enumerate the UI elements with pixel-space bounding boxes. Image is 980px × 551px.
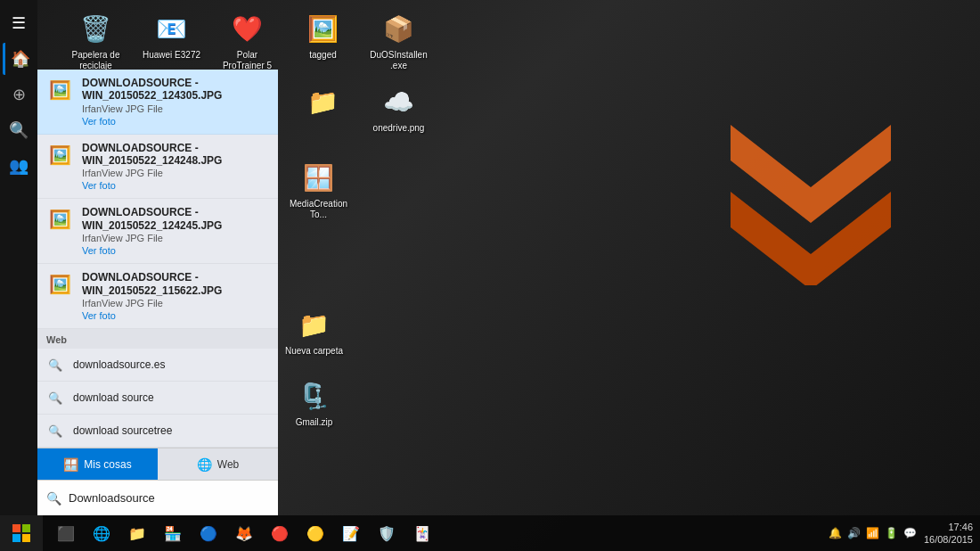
left-sidebar: ☰ 🏠 ⊕ 🔍 👥	[0, 0, 37, 515]
result-link-2[interactable]: Ver foto	[82, 180, 269, 191]
taskbar-task-view[interactable]: ⬛	[50, 517, 82, 549]
result-icon-2: 🖼️	[46, 142, 73, 169]
sidebar-icon-search[interactable]: 🔍	[3, 114, 35, 146]
windows-logo	[12, 524, 30, 542]
desktop-icon-media[interactable]: 🪟 MediaCreationTo...	[285, 156, 352, 224]
win-icon-small: 🪟	[63, 457, 78, 472]
taskbar-antivirus[interactable]: 🛡️	[371, 517, 403, 549]
search-panel: 🖼️ DOWNLOADSOURCE - WIN_20150522_124305.…	[37, 70, 278, 515]
desktop-icon-duos[interactable]: 📦 DuOSInstallen.exe	[365, 7, 432, 75]
desktop-icon-newfolder[interactable]: 📁 Nueva carpeta	[281, 303, 347, 360]
volume-icon[interactable]: 🔊	[847, 527, 861, 539]
panel-tab-miscosas[interactable]: 🪟 Mis cosas	[37, 448, 158, 480]
search-result-1[interactable]: 🖼️ DOWNLOADSOURCE - WIN_20150522_124305.…	[37, 70, 278, 135]
desktop-icon-gmail[interactable]: 🗜️ Gmail.zip	[281, 374, 347, 432]
taskbar-explorer[interactable]: 📁	[121, 517, 153, 549]
taskbar-store[interactable]: 🏪	[157, 517, 189, 549]
taskbar: ⬛ 🌐 📁 🏪 🔵 🦊 🔴 🟡 📝 🛡️ 🃏 🔔 🔊 📶 🔋 💬 17:46	[0, 515, 980, 551]
search-result-4[interactable]: 🖼️ DOWNLOADSOURCE - WIN_20150522_115622.…	[37, 264, 278, 329]
taskbar-edge[interactable]: 🌐	[86, 517, 118, 549]
desktop-icon-recycle[interactable]: 🗑️ Papelera de reciclaje	[62, 7, 129, 75]
action-center-icon[interactable]: 💬	[903, 527, 917, 539]
start-button[interactable]	[0, 515, 43, 551]
sidebar-icon-home[interactable]: 🏠	[3, 43, 35, 75]
sidebar-icon-menu[interactable]: ☰	[3, 7, 35, 39]
web-search-text-3: download sourcetree	[73, 424, 172, 437]
search-panel-bottom: 🪟 Mis cosas 🌐 Web	[37, 448, 278, 480]
desktop-icon-folder1[interactable]: 📁	[290, 80, 356, 137]
search-input-bar: 🔍	[37, 480, 278, 515]
sidebar-icon-add[interactable]: ⊕	[3, 78, 35, 111]
result-content-1: DOWNLOADSOURCE - WIN_20150522_124305.JPG…	[82, 77, 269, 127]
search-input[interactable]	[69, 491, 269, 505]
taskbar-right: 🔔 🔊 📶 🔋 💬 17:46 16/08/2015	[829, 521, 980, 547]
taskbar-firefox[interactable]: 🦊	[228, 517, 260, 549]
search-result-2[interactable]: 🖼️ DOWNLOADSOURCE - WIN_20150522_124248.…	[37, 135, 278, 200]
taskbar-opera[interactable]: 🔴	[264, 517, 296, 549]
date-display: 16/08/2015	[924, 533, 973, 546]
battery-icon[interactable]: 🔋	[885, 527, 898, 539]
network-icon[interactable]: 📶	[866, 527, 879, 539]
desktop-icon-huawei[interactable]: 📧 Huawei E3272	[138, 7, 205, 75]
result-icon-3: 🖼️	[46, 206, 73, 233]
result-subtitle-1: IrfanView JPG File	[82, 103, 269, 114]
desktop: 🗑️ Papelera de reciclaje 📧 Huawei E3272 …	[0, 0, 980, 551]
web-search-icon-3: 🔍	[46, 422, 64, 440]
result-title-2: DOWNLOADSOURCE - WIN_20150522_124248.JPG	[82, 142, 269, 168]
result-link-4[interactable]: Ver foto	[82, 310, 269, 321]
web-search-icon-2: 🔍	[46, 389, 64, 407]
desktop-logo	[713, 107, 909, 289]
result-title-4: DOWNLOADSOURCE - WIN_20150522_115622.JPG	[82, 271, 269, 297]
web-search-1[interactable]: 🔍 downloadsource.es	[37, 349, 278, 382]
taskbar-chrome[interactable]: 🟡	[299, 517, 331, 549]
panel-tab-web-label: Web	[217, 458, 239, 471]
search-results: 🖼️ DOWNLOADSOURCE - WIN_20150522_124305.…	[37, 70, 278, 448]
taskbar-sys-icons: 🔔 🔊 📶 🔋 💬	[829, 527, 917, 539]
result-icon-4: 🖼️	[46, 271, 73, 298]
web-search-3[interactable]: 🔍 download sourcetree	[37, 415, 278, 448]
result-subtitle-2: IrfanView JPG File	[82, 168, 269, 178]
result-content-3: DOWNLOADSOURCE - WIN_20150522_124245.JPG…	[82, 206, 269, 256]
web-search-icon-1: 🔍	[46, 356, 64, 374]
desktop-icon-onedrive[interactable]: ☁️ onedrive.png	[365, 80, 432, 137]
result-link-3[interactable]: Ver foto	[82, 245, 269, 256]
web-search-text-1: downloadsource.es	[73, 358, 165, 371]
web-section-header: Web	[37, 329, 278, 349]
search-result-3[interactable]: 🖼️ DOWNLOADSOURCE - WIN_20150522_124245.…	[37, 199, 278, 264]
taskbar-app1[interactable]: 🔵	[192, 517, 225, 549]
web-icon-small: 🌐	[197, 457, 212, 472]
result-link-1[interactable]: Ver foto	[82, 116, 269, 127]
notif-icon[interactable]: 🔔	[829, 527, 842, 539]
time-display: 17:46	[924, 521, 973, 533]
desktop-icon-tagged[interactable]: 🖼️ tagged	[290, 7, 356, 75]
taskbar-app2[interactable]: 🃏	[406, 517, 438, 549]
result-subtitle-3: IrfanView JPG File	[82, 233, 269, 243]
svg-marker-0	[731, 125, 891, 223]
panel-tab-web[interactable]: 🌐 Web	[158, 448, 278, 480]
taskbar-app-icons: ⬛ 🌐 📁 🏪 🔵 🦊 🔴 🟡 📝 🛡️ 🃏	[50, 517, 438, 549]
result-content-2: DOWNLOADSOURCE - WIN_20150522_124248.JPG…	[82, 142, 269, 192]
taskbar-word[interactable]: 📝	[335, 517, 367, 549]
web-search-text-2: download source	[73, 391, 154, 404]
sidebar-icon-people[interactable]: 👥	[3, 150, 35, 182]
taskbar-clock[interactable]: 17:46 16/08/2015	[924, 521, 973, 547]
panel-tab-miscosas-label: Mis cosas	[84, 458, 131, 471]
search-magnify-icon: 🔍	[46, 491, 61, 506]
web-search-2[interactable]: 🔍 download source	[37, 382, 278, 415]
result-subtitle-4: IrfanView JPG File	[82, 298, 269, 308]
result-icon-1: 🖼️	[46, 77, 73, 103]
result-content-4: DOWNLOADSOURCE - WIN_20150522_115622.JPG…	[82, 271, 269, 321]
result-title-3: DOWNLOADSOURCE - WIN_20150522_124245.JPG	[82, 206, 269, 232]
desktop-icon-polar[interactable]: ❤️ Polar ProTrainer 5	[214, 7, 281, 75]
result-title-1: DOWNLOADSOURCE - WIN_20150522_124305.JPG	[82, 77, 269, 103]
